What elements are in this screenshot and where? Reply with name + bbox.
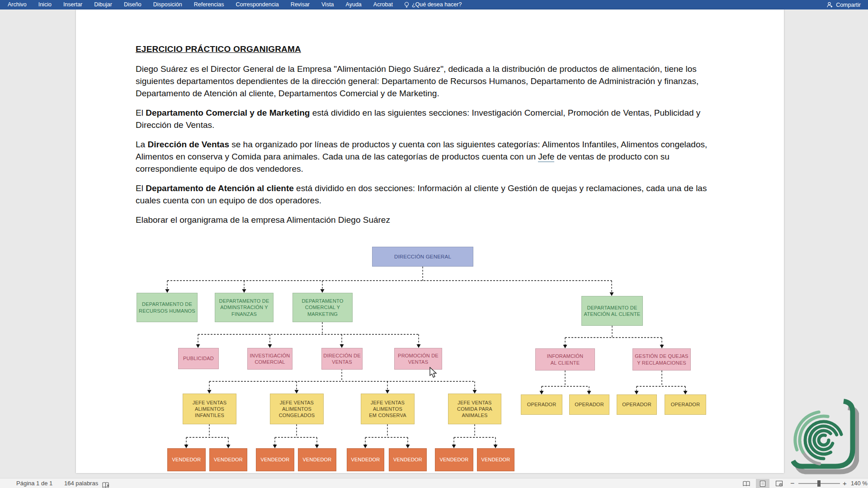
p3-bold: Dirección de Ventas (147, 140, 229, 149)
menu-tab-archivo[interactable]: Archivo (2, 0, 33, 9)
org-node-vendedor-1[interactable]: VENDEDOR (167, 448, 206, 471)
paragraph-2[interactable]: El Departamento Comercial y de Marketing… (136, 107, 724, 131)
org-node-operador-2[interactable]: OPERADOR (569, 394, 609, 415)
org-node-operador-3[interactable]: OPERADOR (617, 394, 657, 415)
paragraph-4[interactable]: El Departamento de Atención al cliente e… (136, 182, 724, 206)
org-node-investigacion-comercial[interactable]: INVESTIGACIÓN COMERCIAL (247, 348, 292, 370)
p4-text: El (136, 183, 146, 193)
menu-tab-dibujar[interactable]: Dibujar (88, 0, 118, 9)
org-node-jefe-animales[interactable]: JEFE VENTAS COMIDA PARA ANIMALES (448, 394, 501, 424)
menu-tab-disposicion[interactable]: Disposición (147, 0, 188, 9)
document-text-block: EJERCICIO PRÁCTICO ORGANIGRAMA Diego Suá… (136, 44, 724, 233)
org-node-vendedor-2[interactable]: VENDEDOR (209, 448, 247, 471)
paragraph-5[interactable]: Elaborar el organigrama de la empresa Al… (136, 214, 724, 226)
org-node-vendedor-3[interactable]: VENDEDOR (256, 448, 294, 471)
org-node-jefe-infantiles[interactable]: JEFE VENTAS ALIMENTOS INFANTILES (183, 394, 236, 424)
p2-bold: Departamento Comercial y de Marketing (146, 108, 310, 117)
ribbon-menu-bar: Archivo Inicio Insertar Dibujar Diseño D… (0, 0, 868, 9)
zoom-out-button[interactable]: − (790, 479, 794, 488)
org-node-vendedor-8[interactable]: VENDEDOR (477, 448, 514, 471)
read-mode-button[interactable] (740, 479, 753, 488)
word-count[interactable]: 164 palabras (64, 479, 98, 488)
zoom-level[interactable]: 140 % (851, 479, 868, 488)
org-node-informacion-cliente[interactable]: INFORAMCIÓN AL CLIENTE (535, 348, 595, 371)
org-node-vendedor-5[interactable]: VENDEDOR (347, 448, 384, 471)
person-add-icon (827, 2, 833, 8)
p4-bold: Departamento de Atención al cliente (146, 183, 294, 193)
status-bar: Página 1 de 1 164 palabras − + 140 % (0, 478, 868, 488)
org-node-operador-4[interactable]: OPERADOR (665, 394, 706, 415)
paragraph-1[interactable]: Diego Suárez es el Director General de l… (136, 63, 724, 99)
share-label: Compartir (836, 2, 861, 8)
menu-tab-revisar[interactable]: Revisar (285, 0, 316, 9)
p3-grammar-flagged-word: Jefe (538, 152, 554, 162)
org-node-direccion-ventas[interactable]: DIRECCIÓN DE VENTAS (321, 348, 363, 370)
read-mode-icon (743, 481, 750, 487)
menu-tab-acrobat[interactable]: Acrobat (368, 0, 399, 9)
word-application-window: { "menu_bar": { "items": ["Archivo", "In… (0, 0, 868, 488)
web-layout-button[interactable] (772, 479, 786, 488)
proofing-errors-icon[interactable] (102, 480, 110, 488)
doc-title[interactable]: EJERCICIO PRÁCTICO ORGANIGRAMA (136, 44, 724, 54)
zoom-in-button[interactable]: + (843, 479, 847, 488)
p2-text: El (136, 108, 146, 117)
p3-text: La (136, 140, 147, 149)
org-node-comercial-marketing[interactable]: DEPARTAMENTO COMERCIAL Y MARKETING (292, 293, 353, 322)
org-node-gestion-quejas[interactable]: GESTIÓN DE QUEJAS Y RECLAMACIONES (632, 348, 691, 371)
print-layout-icon (760, 480, 766, 487)
web-layout-icon (775, 480, 783, 487)
org-node-vendedor-4[interactable]: VENDEDOR (298, 448, 336, 471)
menu-tab-referencias[interactable]: Referencias (188, 0, 230, 9)
tell-me-label: ¿Qué desea hacer? (412, 0, 462, 9)
org-node-atencion-cliente[interactable]: DEPARTAMENTO DE ATENCIÓN AL CLIENTE (581, 296, 643, 326)
menu-tab-diseno[interactable]: Diseño (118, 0, 147, 9)
print-layout-button[interactable] (756, 479, 769, 488)
org-node-vendedor-6[interactable]: VENDEDOR (389, 448, 427, 471)
tell-me-box[interactable]: ¿Qué desea hacer? (399, 0, 467, 9)
paragraph-3[interactable]: La Dirección de Ventas se ha organizado … (136, 138, 724, 175)
org-node-operador-1[interactable]: OPERADOR (521, 394, 562, 415)
share-button[interactable]: Compartir (827, 0, 861, 9)
org-node-administracion-finanzas[interactable]: DEPARTAMENTO DE ADMINSTRACIÓN Y FINANZAS (215, 293, 274, 322)
org-node-jefe-congelados[interactable]: JEFE VENTAS ALIMENTOS CONGELADOS (270, 394, 324, 424)
org-node-recursos-humanos[interactable]: DEPARTAMENTO DE RECURSOS HUMANOS (137, 293, 198, 322)
org-node-direccion-general[interactable]: DIRECCIÓN GENERAL (372, 247, 473, 267)
lightbulb-icon (404, 2, 409, 8)
org-node-publicidad[interactable]: PUBLICIDAD (178, 348, 219, 369)
menu-tab-vista[interactable]: Vista (316, 0, 340, 9)
org-node-jefe-conserva[interactable]: JEFE VENTAS ALIMENTOS EM CONSERVA (361, 394, 415, 424)
zoom-slider-thumb[interactable] (817, 480, 821, 487)
page-info[interactable]: Página 1 de 1 (16, 479, 52, 488)
menu-tab-inicio[interactable]: Inicio (33, 0, 57, 9)
org-node-promocion-ventas[interactable]: PROMOCIÓN DE VENTAS (394, 348, 442, 370)
menu-tab-insertar[interactable]: Insertar (57, 0, 88, 9)
menu-tab-correspondencia[interactable]: Correspondencia (230, 0, 284, 9)
fingerprint-logo (791, 398, 859, 475)
org-node-vendedor-7[interactable]: VENDEDOR (435, 448, 473, 471)
menu-tab-ayuda[interactable]: Ayuda (340, 0, 368, 9)
